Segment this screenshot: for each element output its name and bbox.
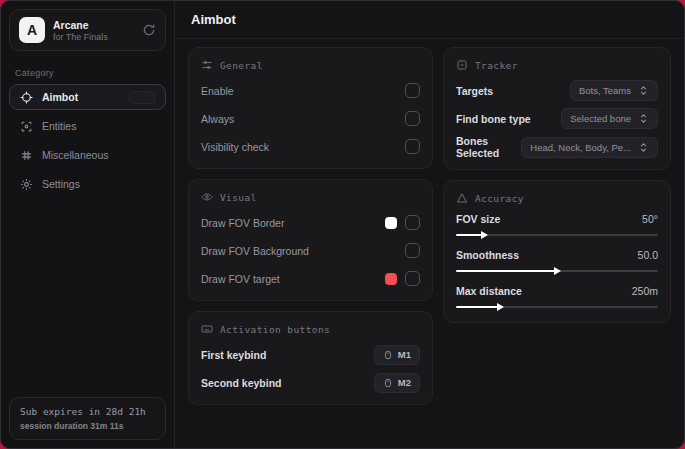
keybind-value: M2 (398, 377, 411, 388)
chevrons-up-down-icon (638, 85, 649, 96)
setting-label: Smoothness (456, 249, 519, 261)
second-keybind-button[interactable]: M2 (374, 373, 420, 393)
sidebar-item-entities[interactable]: Entities (9, 113, 166, 139)
app-titles: Arcane for The Finals (53, 19, 108, 42)
card-tracker-header: Tracker (456, 59, 658, 71)
dropdown-value: Head, Neck, Body, Pe... (530, 142, 631, 153)
keyboard-icon (201, 323, 213, 335)
slider-thumb[interactable] (554, 267, 561, 275)
visibility-check-checkbox[interactable] (405, 139, 420, 154)
slider-fill (456, 234, 484, 236)
fov-border-checkbox[interactable] (405, 215, 420, 230)
setting-label: Visibility check (201, 141, 269, 153)
card-title: General (220, 60, 263, 71)
setting-row-find-bone-type: Find bone type Selected bone (456, 107, 658, 130)
card-visual-header: Visual (201, 191, 420, 203)
setting-row-bones-selected: Bones Selected Head, Neck, Body, Pe... (456, 135, 658, 159)
entities-icon (20, 120, 33, 133)
sidebar-item-label: Aimbot (42, 91, 78, 103)
enable-checkbox[interactable] (405, 83, 420, 98)
setting-label: Find bone type (456, 113, 531, 125)
keybind-value: M1 (398, 349, 411, 360)
fov-border-color-swatch[interactable] (385, 217, 397, 229)
card-general-header: General (201, 59, 420, 71)
page-title: Aimbot (191, 12, 236, 27)
card-activation-buttons: Activation buttons First keybind M1 (188, 311, 433, 405)
nav-item-badge (129, 91, 155, 104)
main-header: Aimbot (175, 1, 684, 39)
setting-label: Second keybind (201, 377, 282, 389)
setting-label: Targets (456, 85, 493, 97)
first-keybind-button[interactable]: M1 (374, 345, 420, 365)
sidebar-nav: Aimbot Entities Miscellaneous (1, 84, 174, 197)
setting-label: First keybind (201, 349, 266, 361)
sidebar-item-aimbot[interactable]: Aimbot (9, 84, 166, 110)
setting-row-fov-background: Draw FOV Background (201, 239, 420, 262)
triangle-icon (456, 192, 468, 204)
fov-target-checkbox[interactable] (405, 271, 420, 286)
setting-label: Always (201, 113, 234, 125)
fov-target-color-swatch[interactable] (385, 273, 397, 285)
eye-icon (201, 191, 213, 203)
setting-label: Enable (201, 85, 234, 97)
card-visual: Visual Draw FOV Border Draw FOV Backgrou… (188, 179, 433, 301)
subscription-info: Sub expires in 28d 21h session duration … (9, 397, 166, 440)
setting-label: Draw FOV Background (201, 245, 309, 257)
app-logo: A (19, 17, 45, 43)
app-logo-letter: A (27, 22, 37, 38)
content-columns: General Enable Always Visibility check (175, 39, 684, 413)
sidebar: A Arcane for The Finals Category Aim (1, 1, 175, 448)
setting-row-targets: Targets Bots, Teams (456, 79, 658, 102)
sub-expiry-text: Sub expires in 28d 21h (20, 406, 155, 417)
setting-label: Draw FOV Border (201, 217, 284, 229)
card-title: Accuracy (475, 193, 524, 204)
session-duration-text: session duration 31m 11s (20, 421, 155, 431)
always-checkbox[interactable] (405, 111, 420, 126)
sliders-icon (201, 59, 213, 71)
setting-row-fov-target: Draw FOV target (201, 267, 420, 290)
fov-size-slider[interactable] (456, 231, 658, 240)
fov-background-checkbox[interactable] (405, 243, 420, 258)
slider-thumb[interactable] (497, 303, 504, 311)
mouse-icon (383, 349, 393, 361)
refresh-icon[interactable] (142, 23, 156, 37)
sidebar-item-label: Entities (42, 120, 76, 132)
dropdown-value: Bots, Teams (579, 85, 631, 96)
slider-thumb[interactable] (481, 231, 488, 239)
find-bone-type-dropdown[interactable]: Selected bone (561, 108, 658, 129)
slider-fill (456, 306, 500, 308)
setting-row-max-distance: Max distance 250m (456, 285, 658, 312)
scan-icon (456, 59, 468, 71)
setting-label: FOV size (456, 213, 500, 225)
sidebar-item-label: Settings (42, 178, 80, 190)
setting-row-second-keybind: Second keybind M2 (201, 371, 420, 394)
card-title: Visual (220, 192, 257, 203)
fov-size-value: 50° (642, 213, 658, 225)
card-accuracy: Accuracy FOV size 50° (443, 180, 671, 323)
left-column: General Enable Always Visibility check (188, 47, 433, 405)
setting-label: Bones Selected (456, 135, 521, 159)
sidebar-item-settings[interactable]: Settings (9, 171, 166, 197)
mouse-icon (383, 377, 393, 389)
chevrons-up-down-icon (638, 142, 649, 153)
card-title: Tracker (475, 60, 518, 71)
sidebar-item-label: Miscellaneous (42, 149, 109, 161)
crosshair-icon (20, 91, 33, 104)
slider-fill (456, 270, 557, 272)
max-distance-slider[interactable] (456, 303, 658, 312)
setting-row-smoothness: Smoothness 50.0 (456, 249, 658, 276)
card-activation-header: Activation buttons (201, 323, 420, 335)
smoothness-value: 50.0 (638, 249, 658, 261)
sidebar-item-miscellaneous[interactable]: Miscellaneous (9, 142, 166, 168)
dropdown-value: Selected bone (570, 113, 631, 124)
app-name: Arcane (53, 19, 108, 31)
setting-row-fov-size: FOV size 50° (456, 213, 658, 240)
chevrons-up-down-icon (638, 113, 649, 124)
targets-dropdown[interactable]: Bots, Teams (570, 80, 658, 101)
setting-row-always: Always (201, 107, 420, 130)
card-accuracy-header: Accuracy (456, 192, 658, 204)
bones-selected-dropdown[interactable]: Head, Neck, Body, Pe... (521, 137, 658, 158)
gear-icon (20, 178, 33, 191)
grid-icon (20, 149, 33, 162)
smoothness-slider[interactable] (456, 267, 658, 276)
